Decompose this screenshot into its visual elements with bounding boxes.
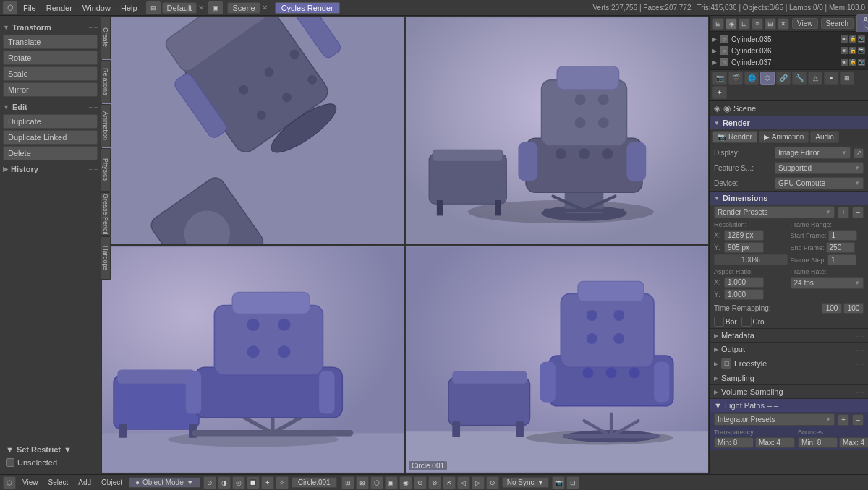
transparency-max-input[interactable]: Max: 4 [755, 437, 795, 448]
add-integrator-preset[interactable]: + [838, 414, 849, 426]
add-preset-button[interactable]: + [838, 207, 849, 218]
prop-icon-data[interactable]: △ [808, 72, 822, 85]
prop-icon-modifiers[interactable]: 🔧 [792, 72, 807, 85]
integrator-presets-selector[interactable]: Integrator Presets ▼ [714, 413, 835, 426]
duplicate-button[interactable]: Duplicate [3, 114, 98, 129]
edit-collapse[interactable]: ▼ [3, 103, 9, 111]
start-frame-input[interactable]: 1 [828, 230, 857, 241]
sync-selector[interactable]: No Sync ▼ [502, 477, 550, 488]
tab-hardops[interactable]: Hardops [101, 236, 111, 280]
render-section-header[interactable]: ▼ Render – – [710, 116, 868, 129]
search-button[interactable]: Search [821, 18, 854, 29]
item-render-btn-0[interactable]: 📷 [858, 35, 865, 43]
freestyle-toggle[interactable]: ☐ [721, 358, 731, 369]
rp-icon-6[interactable]: ✕ [778, 18, 789, 30]
bottom-menu-view[interactable]: View [19, 478, 42, 487]
tab-physics[interactable]: Physics [101, 148, 111, 192]
translate-button[interactable]: Translate [3, 35, 98, 49]
item-lock-btn-0[interactable]: 🔒 [849, 35, 856, 43]
render-mode-btn-9[interactable]: ◁ [457, 476, 470, 489]
render-mode-btn-2[interactable]: ⊠ [356, 476, 369, 489]
prop-icon-material[interactable]: ● [824, 72, 838, 85]
viewport-bottom-left[interactable] [101, 245, 405, 474]
render-tab-render[interactable]: 📷 Render [712, 131, 757, 143]
resolution-x-input[interactable]: 1269 px [724, 230, 764, 241]
render-presets-selector[interactable]: Render Presets ▼ [714, 206, 835, 218]
prop-icon-particles[interactable]: ✦ [712, 86, 727, 99]
light-paths-header[interactable]: ▼ Light Paths – – [710, 399, 868, 412]
freestyle-section[interactable]: ▶ ☐ Freestyle – – [710, 356, 868, 371]
bounces-max-input[interactable]: Max: 4 [839, 437, 868, 448]
delete-button[interactable]: Delete [3, 146, 98, 160]
object-mode-selector[interactable]: ● Object Mode ▼ [129, 477, 200, 488]
menu-window[interactable]: Window [78, 2, 115, 14]
display-open-button[interactable]: ↗ [854, 148, 864, 158]
tab-grease-pencil[interactable]: Grease Pencil [101, 192, 111, 236]
set-restrict-collapse[interactable]: ▼ [6, 445, 14, 454]
mirror-y-btn[interactable]: ✧ [276, 476, 289, 489]
menu-file[interactable]: File [19, 2, 41, 14]
snap-btn[interactable]: 🔲 [247, 476, 260, 489]
history-collapse[interactable]: ▶ [3, 166, 8, 173]
outliner-item-2[interactable]: ▶ ○ Cylinder.037 👁 🔒 📷 [712, 56, 865, 68]
remove-integrator-preset[interactable]: – [852, 414, 864, 426]
sampling-section[interactable]: ▶ Sampling – – [710, 371, 868, 385]
mirror-button[interactable]: Mirror [3, 82, 98, 97]
rotate-button[interactable]: Rotate [3, 51, 98, 65]
prop-icon-render[interactable]: 📷 [712, 72, 727, 85]
item-render-btn-1[interactable]: 📷 [858, 47, 865, 54]
bor-checkbox[interactable] [714, 317, 724, 327]
viewport-top-left[interactable] [101, 16, 405, 245]
prop-icon-constraints[interactable]: 🔗 [776, 72, 791, 85]
item-visibility-btn-1[interactable]: 👁 [841, 47, 848, 54]
camera-view-btn[interactable]: 📷 [552, 476, 565, 489]
item-render-btn-2[interactable]: 📷 [858, 59, 865, 66]
prop-icon-object[interactable]: ⬡ [760, 72, 775, 85]
bottom-menu-select[interactable]: Select [45, 478, 72, 487]
rp-icon-3[interactable]: ⊡ [739, 18, 750, 30]
rp-icon-2[interactable]: ◈ [726, 18, 737, 30]
transparency-min-input[interactable]: Min: 8 [714, 437, 754, 448]
rp-icon-5[interactable]: ⊞ [765, 18, 776, 30]
item-lock-btn-2[interactable]: 🔒 [849, 59, 856, 66]
viewport-top-right[interactable] [405, 16, 709, 245]
bottom-icon-1[interactable]: ⬡ [3, 476, 16, 489]
render-engine-selector[interactable]: Cycles Render [275, 2, 340, 14]
proportional-edit-btn[interactable]: ◎ [232, 476, 245, 489]
bounces-min-input[interactable]: Min: 8 [798, 437, 838, 448]
viewport-shading-btn[interactable]: ◑ [218, 476, 231, 489]
dimensions-section-header[interactable]: ▼ Dimensions – – [710, 192, 868, 205]
metadata-section[interactable]: ▶ Metadata – – [710, 329, 868, 343]
remove-preset-button[interactable]: – [852, 207, 864, 218]
feature-set-value[interactable]: Supported ▼ [775, 162, 864, 174]
duplicate-linked-button[interactable]: Duplicate Linked [3, 130, 98, 145]
render-mode-btn-8[interactable]: ✕ [443, 476, 456, 489]
tab-relations[interactable]: Relations [101, 60, 111, 103]
tab-create[interactable]: Create [101, 16, 111, 59]
volume-sampling-section[interactable]: ▶ Volume Sampling – – [710, 385, 868, 399]
rp-icon-1[interactable]: ⊞ [712, 18, 724, 30]
outliner-item-1[interactable]: ▶ ○ Cylinder.036 👁 🔒 📷 [712, 45, 865, 56]
layout-selector[interactable]: Default [162, 2, 197, 14]
cro-checkbox[interactable] [741, 317, 752, 327]
view-button[interactable]: View [792, 18, 818, 29]
bottom-menu-add[interactable]: Add [75, 478, 95, 487]
resolution-y-input[interactable]: 905 px [724, 242, 764, 253]
menu-render[interactable]: Render [42, 2, 77, 14]
item-visibility-btn-2[interactable]: 👁 [841, 59, 848, 66]
global-local-btn[interactable]: ⊙ [203, 476, 216, 489]
render-mode-btn-1[interactable]: ⊞ [341, 476, 354, 489]
item-lock-btn-1[interactable]: 🔒 [849, 47, 856, 54]
render-mode-btn-3[interactable]: ⬡ [370, 476, 383, 489]
bottom-menu-object[interactable]: Object [98, 478, 126, 487]
frame-step-input[interactable]: 1 [827, 254, 856, 265]
render-mode-btn-10[interactable]: ▷ [472, 476, 485, 489]
aspect-x-input[interactable]: 1.000 [724, 277, 764, 288]
mirror-x-btn[interactable]: ✦ [261, 476, 274, 489]
prop-icon-texture[interactable]: ⊞ [840, 72, 854, 85]
render-tab-audio[interactable]: Audio [810, 131, 839, 143]
display-value[interactable]: Image Editor ▼ [775, 147, 851, 159]
scene-selector[interactable]: Scene [227, 2, 260, 14]
tab-animation[interactable]: Animation [101, 104, 111, 147]
time-remap-new[interactable]: 100 [843, 303, 864, 314]
